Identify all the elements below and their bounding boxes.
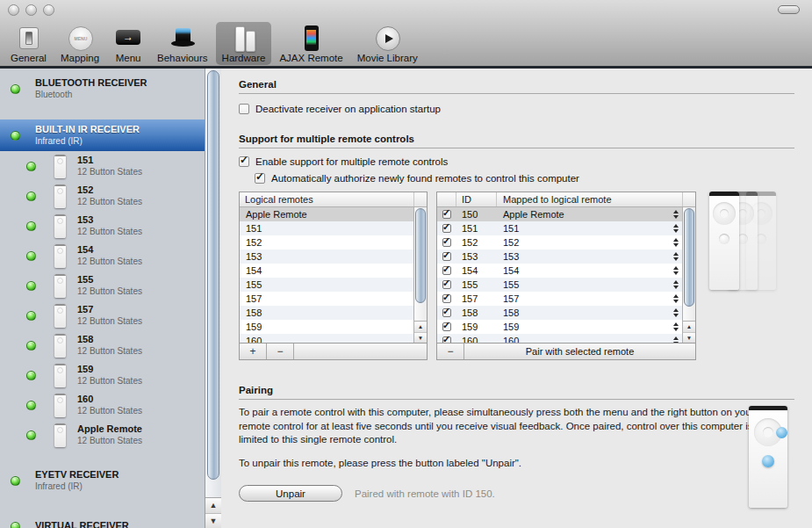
sidebar-item-subtitle: 12 Button States: [77, 286, 142, 298]
sidebar-item[interactable]: BLUETOOTH RECEIVER Bluetooth: [0, 74, 205, 104]
enable-multi-remote-checkbox[interactable]: ✓: [239, 156, 249, 167]
zoom-button[interactable]: [43, 4, 54, 16]
mapped-remote-select[interactable]: 160: [497, 334, 682, 343]
toolbar-item[interactable]: Menu: [107, 22, 149, 65]
remote-mapping-row[interactable]: ✓ 158 158: [437, 306, 695, 320]
sidebar-item[interactable]: 152 12 Button States: [0, 181, 205, 211]
remote-enabled-checkbox[interactable]: ✓: [442, 280, 451, 289]
sidebar-item[interactable]: 160 12 Button States: [0, 390, 205, 420]
logical-remotes-column-header[interactable]: Logical remotes: [240, 192, 413, 206]
scroll-down-arrow-icon[interactable]: ▼: [205, 513, 221, 528]
mapped-remote-select[interactable]: 158: [497, 306, 682, 320]
mapped-remote-select[interactable]: 153: [497, 250, 682, 264]
sidebar-item-name: 157: [77, 304, 142, 316]
section-title-multiple-remotes: Support for multiple remote controls: [239, 134, 794, 148]
logical-remote-row[interactable]: Apple Remote: [240, 207, 427, 221]
remote-enabled-checkbox[interactable]: ✓: [442, 252, 451, 261]
auto-authorize-checkbox[interactable]: ✓: [255, 173, 265, 184]
remote-mapping-row[interactable]: ✓ 159 159: [437, 320, 695, 334]
remove-remote-button[interactable]: −: [437, 344, 464, 359]
toolbar-item[interactable]: Movie Library: [351, 22, 424, 65]
minimize-button[interactable]: [25, 4, 37, 16]
toolbar-item[interactable]: Behaviours: [151, 22, 214, 65]
mapping-table-scrollbar[interactable]: ▲ ▼: [682, 207, 695, 343]
logical-remote-row[interactable]: 155: [240, 278, 427, 292]
remote-enabled-checkbox[interactable]: ✓: [442, 266, 451, 275]
logical-remote-row[interactable]: 157: [240, 292, 427, 306]
titlebar[interactable]: [0, 0, 812, 19]
logical-remote-row[interactable]: 158: [240, 306, 427, 320]
id-column-header[interactable]: ID: [456, 192, 497, 206]
sidebar-item-name: 152: [77, 184, 142, 197]
scroll-down-arrow-icon[interactable]: ▼: [414, 332, 427, 343]
mapped-remote-select[interactable]: 154: [497, 264, 682, 278]
mapped-remote-select[interactable]: 152: [497, 235, 682, 250]
window-header: General Mapping Menu Behaviours: [0, 0, 812, 66]
remote-mapping-row[interactable]: ✓ 157 157: [437, 292, 695, 306]
logical-remote-row[interactable]: 153: [240, 250, 427, 264]
logical-remote-row[interactable]: 152: [240, 235, 427, 250]
sidebar-item-name: VIRTUAL RECEIVER: [35, 520, 129, 528]
status-led-icon: [11, 131, 20, 141]
remote-mapping-row[interactable]: ✓ 154 154: [437, 264, 695, 278]
toolbar-item[interactable]: Hardware: [216, 22, 272, 65]
remote-enabled-checkbox[interactable]: ✓: [442, 294, 451, 303]
logical-table-scrollbar[interactable]: ▲ ▼: [413, 207, 427, 343]
remote-enabled-checkbox[interactable]: ✓: [442, 308, 451, 317]
sidebar-item[interactable]: 151 12 Button States: [0, 151, 205, 181]
deactivate-receiver-checkbox[interactable]: [239, 104, 249, 114]
remote-mapping-row[interactable]: ✓ 155 155: [437, 278, 695, 292]
mapped-column-header[interactable]: Mapped to logical remote: [497, 192, 682, 206]
add-logical-remote-button[interactable]: +: [240, 344, 267, 359]
mapped-remote-select[interactable]: 151: [497, 221, 682, 235]
remove-logical-remote-button[interactable]: −: [267, 344, 294, 359]
remote-enabled-checkbox[interactable]: ✓: [442, 322, 451, 331]
scroll-up-arrow-icon[interactable]: ▲: [683, 322, 695, 332]
logical-remote-row[interactable]: 159: [240, 320, 427, 334]
sidebar-item-name: 160: [77, 394, 142, 406]
sidebar-item[interactable]: 159 12 Button States: [0, 360, 205, 390]
remote-mapping-row[interactable]: ✓ 151 151: [437, 221, 695, 235]
remote-enabled-checkbox[interactable]: ✓: [442, 210, 451, 219]
mapped-remote-select[interactable]: 157: [497, 292, 682, 306]
logical-remote-row[interactable]: 160: [240, 334, 427, 343]
scroll-up-arrow-icon[interactable]: ▲: [414, 322, 427, 332]
remote-enabled-checkbox[interactable]: ✓: [442, 238, 451, 247]
remote-mapping-row[interactable]: ✓ 160 160: [437, 334, 695, 343]
toolbar-item[interactable]: AJAX Remote: [273, 22, 349, 65]
sidebar-item[interactable]: 155 12 Button States: [0, 271, 205, 300]
sidebar-scrollbar[interactable]: ▲ ▼: [205, 69, 221, 528]
sidebar-item[interactable]: 153 12 Button States: [0, 211, 205, 241]
scrollbar-thumb[interactable]: [684, 208, 694, 307]
status-led-icon: [26, 311, 36, 321]
remote-enabled-checkbox[interactable]: ✓: [442, 336, 451, 343]
logical-remote-row[interactable]: 151: [240, 221, 427, 235]
stepper-icon: [673, 266, 679, 275]
remote-mapping-row[interactable]: ✓ 150 Apple Remote: [437, 207, 695, 221]
sidebar-item[interactable]: 158 12 Button States: [0, 330, 205, 360]
enabled-column-header[interactable]: [437, 192, 456, 206]
unpair-button[interactable]: Unpair: [239, 485, 342, 502]
remote-mapping-row[interactable]: ✓ 152 152: [437, 235, 695, 250]
toolbar-item[interactable]: General: [4, 22, 53, 65]
sidebar-item[interactable]: 157 12 Button States: [0, 300, 205, 330]
pair-with-selected-remote-button[interactable]: Pair with selected remote: [464, 344, 695, 359]
toolbar-toggle-button[interactable]: [778, 5, 800, 14]
sidebar-item[interactable]: 154 12 Button States: [0, 241, 205, 271]
sidebar-item[interactable]: EYETV RECEIVER Infrared (IR): [0, 466, 205, 495]
scrollbar-thumb[interactable]: [415, 208, 426, 303]
remote-mapping-row[interactable]: ✓ 153 153: [437, 250, 695, 264]
sidebar-item[interactable]: BUILT-IN IR RECEIVER Infrared (IR): [0, 119, 205, 151]
mapped-remote-select[interactable]: 159: [497, 320, 682, 334]
logical-remote-row[interactable]: 154: [240, 264, 427, 278]
remote-enabled-checkbox[interactable]: ✓: [442, 224, 451, 233]
mapped-remote-select[interactable]: Apple Remote: [497, 207, 682, 221]
close-button[interactable]: [8, 4, 19, 16]
scroll-down-arrow-icon[interactable]: ▼: [683, 332, 695, 343]
sidebar-scrollbar-thumb[interactable]: [207, 70, 219, 480]
scroll-up-arrow-icon[interactable]: ▲: [205, 498, 221, 513]
toolbar-item[interactable]: Mapping: [54, 22, 105, 65]
mapped-remote-select[interactable]: 155: [497, 278, 682, 292]
sidebar-item[interactable]: VIRTUAL RECEIVER: [0, 511, 205, 528]
sidebar-item[interactable]: Apple Remote 12 Button States: [0, 420, 205, 450]
